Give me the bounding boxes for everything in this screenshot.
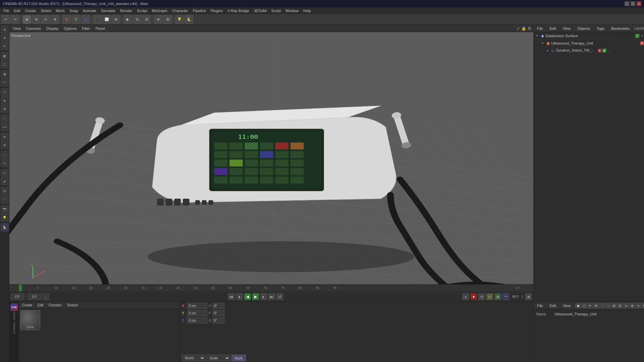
object-dynatron[interactable]: ▸ ▷ Dynatron_Solaris_709_Plus_ultrasound…	[534, 47, 644, 54]
om-tab-bookmarks[interactable]: Bookmarks	[609, 26, 632, 31]
om-tab-objects[interactable]: Objects	[575, 26, 592, 31]
tool-iron[interactable]: ⟨⟩	[1, 169, 9, 177]
attr-icon-12[interactable]: ⚙	[642, 303, 644, 308]
attr-icon-1[interactable]: ◼	[575, 303, 581, 308]
tool-bridge[interactable]: ⊞	[1, 105, 9, 113]
function-btn[interactable]: Function	[47, 303, 63, 307]
tool-texture-paint[interactable]: ⊟	[1, 187, 9, 195]
om-tab-edit[interactable]: Edit	[548, 26, 558, 31]
btn-y-axis[interactable]: Y	[72, 15, 80, 24]
render-btn[interactable]: ▶	[123, 15, 132, 24]
attr-icon-5[interactable]: ↑	[599, 303, 605, 308]
tool-brush[interactable]: ◉	[1, 70, 9, 78]
menu-item-3dtoall[interactable]: 3DToAll	[252, 8, 269, 13]
tl-record-active[interactable]: ●	[470, 293, 477, 300]
menu-item-v-ray-bridge[interactable]: V-Ray Bridge	[225, 8, 251, 13]
menu-item-character[interactable]: Character	[170, 8, 190, 13]
minimize-button[interactable]: ─	[625, 1, 629, 6]
object-subdivision-surface[interactable]: ▾ ◆ Subdivision Surface ✓ ✓	[534, 32, 644, 40]
tool-scale[interactable]: ⊗	[1, 34, 9, 42]
menu-item-plugins[interactable]: Plugins	[209, 8, 225, 13]
vp-menu-view[interactable]: View	[11, 26, 22, 31]
vp-menu-display[interactable]: Display	[45, 26, 60, 31]
attr-icon-6[interactable]: ↓	[605, 303, 611, 308]
frame-current-input[interactable]	[28, 294, 41, 300]
view-parallel[interactable]: ⬜	[102, 15, 111, 24]
tool-symmetry[interactable]: ⊗	[1, 133, 9, 141]
attr-tab-view[interactable]: View	[561, 303, 573, 308]
menu-item-edit[interactable]: Edit	[12, 8, 22, 13]
tl-play-back[interactable]: ◀	[244, 293, 251, 300]
tl-dope-sheet[interactable]: ⊞	[494, 293, 501, 300]
coord-z-pos[interactable]	[187, 317, 207, 323]
tool-slide[interactable]: ↔	[1, 151, 9, 159]
menu-item-window[interactable]: Window	[283, 8, 301, 13]
undo-button[interactable]: ↩	[1, 15, 10, 24]
tool-paint[interactable]: 🖌	[1, 177, 9, 185]
menu-item-render[interactable]: Render	[118, 8, 134, 13]
tool-camera[interactable]: 📷	[1, 205, 9, 213]
vp-menu-filter[interactable]: Filter	[80, 26, 91, 31]
tl-step-back[interactable]: ⏴	[236, 293, 243, 300]
attr-icon-8[interactable]: ⊟	[618, 303, 623, 308]
tl-record[interactable]: ●	[462, 293, 469, 300]
edit-btn[interactable]: Edit	[36, 303, 45, 307]
redo-button[interactable]: ↪	[11, 15, 19, 24]
tool-knife[interactable]: ✂	[1, 78, 9, 86]
tool-bevel[interactable]: ◈	[1, 97, 9, 105]
menu-item-snap[interactable]: Snap	[67, 8, 80, 13]
tl-fcurve[interactable]: 〜	[502, 293, 509, 300]
mode-sculpt[interactable]: ⊗	[51, 15, 59, 24]
menu-item-mograph[interactable]: MoGraph	[150, 8, 169, 13]
om-tab-tags[interactable]: Tags	[595, 26, 606, 31]
attr-icon-9[interactable]: ▸	[624, 303, 629, 308]
tl-keyframe-btn[interactable]: ⬦	[43, 293, 49, 300]
mode-animate[interactable]: ⊙	[41, 15, 50, 24]
tool-select[interactable]: ▦	[1, 52, 9, 60]
viewport[interactable]: View Cameras Display Options Filter Pane…	[9, 25, 533, 284]
coord-p-val[interactable]	[212, 310, 224, 316]
coord-x-pos[interactable]	[187, 303, 207, 309]
create-btn[interactable]: Create	[20, 303, 34, 307]
vp-settings-icon[interactable]: ⚙	[528, 26, 531, 31]
vp-maximize-icon[interactable]: ⤢	[517, 26, 520, 31]
tool-move[interactable]: ⊕	[1, 25, 9, 34]
attr-icon-10[interactable]: ⊗	[630, 303, 635, 308]
menu-item-pipeline[interactable]: Pipeline	[191, 8, 208, 13]
grid-btn[interactable]: ⊞	[163, 15, 172, 24]
menu-item-mesh[interactable]: Mesh	[54, 8, 67, 13]
tl-timeline-open[interactable]: ⏲	[486, 293, 493, 300]
btn-x-axis[interactable]: X	[62, 15, 71, 24]
python-btn[interactable]: 🐍	[184, 15, 193, 24]
object-ultrasound-unit[interactable]: ▾ ◉ Ultrasound_Therapy_Unit ■	[534, 40, 644, 47]
view-quad[interactable]: ⊞	[112, 15, 120, 24]
texture-btn[interactable]: Texture	[65, 303, 80, 307]
tool-mirror[interactable]: ⟺	[1, 123, 9, 131]
tl-step-fwd[interactable]: ⏵	[260, 293, 267, 300]
render-region-btn[interactable]: ⊡	[133, 15, 142, 24]
coord-h-val[interactable]	[212, 303, 224, 309]
menu-item-animate[interactable]: Animate	[81, 8, 98, 13]
attr-icon-2[interactable]: ◻	[581, 303, 587, 308]
attr-icon-3[interactable]: ✦	[587, 303, 593, 308]
frame-start-input[interactable]	[11, 294, 24, 300]
light-btn[interactable]: 💡	[175, 15, 184, 24]
menu-item-file[interactable]: File	[1, 8, 11, 13]
coord-mode-select[interactable]: Scale Absolute	[207, 355, 230, 361]
snap-btn[interactable]: ⊕	[154, 15, 163, 24]
tool-dissolve[interactable]: ◌	[1, 115, 9, 123]
tool-tweak[interactable]: ⊙	[1, 159, 9, 167]
mode-model[interactable]: ◈	[22, 15, 31, 24]
menu-item-sculpt[interactable]: Sculpt	[135, 8, 149, 13]
menu-item-select[interactable]: Select	[39, 8, 53, 13]
menu-item-help[interactable]: Help	[301, 8, 313, 13]
mode-texture[interactable]: ⊕	[32, 15, 41, 24]
tool-spline[interactable]: ~	[1, 195, 9, 203]
maximize-button[interactable]: □	[631, 1, 635, 6]
om-tab-file[interactable]: File	[535, 26, 545, 31]
attr-icon-4[interactable]: ⊕	[593, 303, 599, 308]
tool-extrude[interactable]: ⬡	[1, 88, 9, 96]
tool-light[interactable]: 💡	[1, 214, 9, 222]
apply-button[interactable]: Apply	[231, 355, 246, 361]
vp-menu-cameras[interactable]: Cameras	[25, 26, 43, 31]
